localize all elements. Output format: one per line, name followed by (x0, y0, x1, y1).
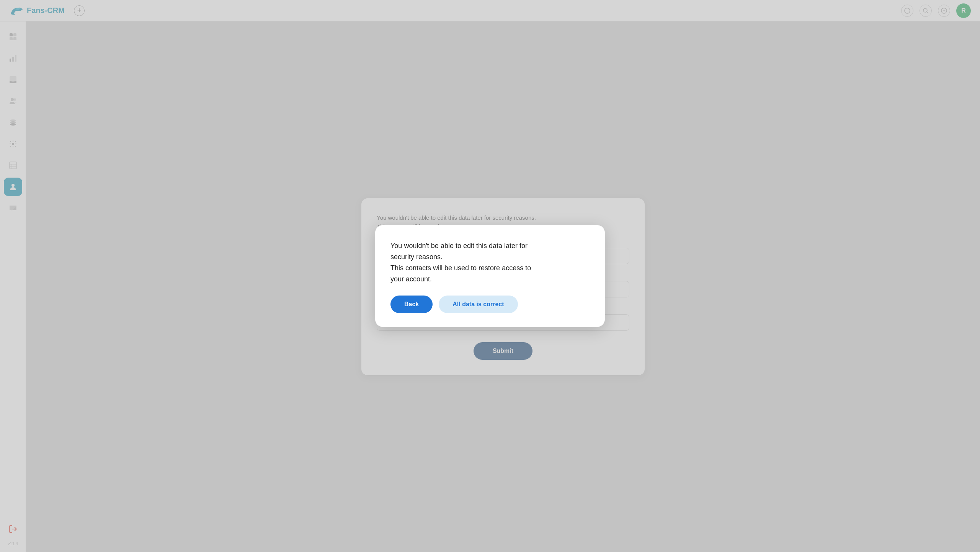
back-button[interactable]: Back (390, 296, 433, 313)
confirmation-dialog: You wouldn't be able to edit this data l… (375, 225, 605, 327)
confirm-button[interactable]: All data is correct (439, 296, 518, 313)
dialog-buttons: Back All data is correct (390, 296, 590, 313)
dialog-text: You wouldn't be able to edit this data l… (390, 240, 590, 284)
modal-overlay: You wouldn't be able to edit this data l… (0, 0, 980, 552)
